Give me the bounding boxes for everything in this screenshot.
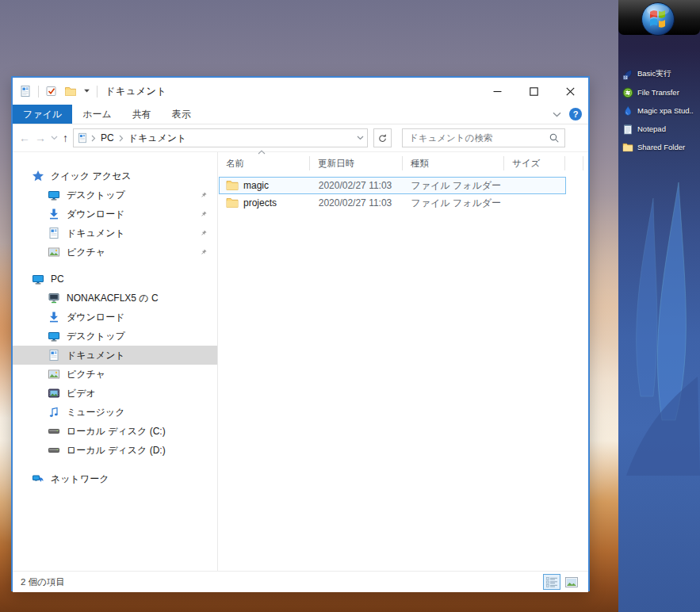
qat-dropdown-icon[interactable] [83, 89, 90, 94]
file-list-area: 名前 更新日時 種類 サイズ magic 2020/02/27 11:03 フ [218, 152, 588, 571]
basic-app-icon [622, 69, 633, 80]
vm-app-list: Basic実行 File Transfer Magic xpa Stud.. N… [618, 65, 700, 156]
help-icon[interactable]: ? [569, 108, 582, 120]
app-magic-xpa-studio[interactable]: Magic xpa Stud.. [618, 101, 700, 120]
documents-icon [48, 349, 60, 361]
network-drive-icon [48, 292, 60, 304]
divider [38, 86, 39, 98]
breadcrumb-documents[interactable]: ドキュメント [127, 132, 189, 145]
ribbon-tabs: ファイル ホーム 共有 表示 ? [13, 105, 588, 124]
explorer-window: ドキュメント ファイル ホーム 共有 表示 ? ← → ↑ [11, 76, 590, 591]
back-arrow-icon[interactable]: ← [19, 132, 30, 143]
maximize-button[interactable] [515, 78, 552, 105]
minimize-icon [493, 87, 502, 96]
disk-icon [48, 425, 60, 438]
minimize-button[interactable] [479, 78, 515, 105]
recent-locations-chevron-icon[interactable] [51, 136, 58, 140]
sidebar-item-local-disk-d[interactable]: ローカル ディスク (D:) [13, 441, 217, 460]
sidebar-item-downloads[interactable]: ダウンロード [13, 308, 217, 327]
pin-icon [200, 191, 208, 199]
column-header-modified[interactable]: 更新日時 [310, 156, 403, 170]
column-header-type[interactable]: 種類 [403, 156, 504, 170]
desktop: ドキュメント ファイル ホーム 共有 表示 ? ← → ↑ [0, 0, 700, 612]
sidebar-item-desktop[interactable]: デスクトップ [13, 327, 217, 346]
column-header-size[interactable]: サイズ [504, 156, 565, 170]
download-icon [48, 208, 60, 220]
tab-view[interactable]: 表示 [162, 105, 201, 124]
chevron-right-icon [91, 135, 96, 142]
app-file-transfer[interactable]: File Transfer [618, 83, 700, 101]
address-dropdown-chevron-icon[interactable] [357, 136, 364, 140]
quick-access-star-icon [32, 170, 44, 182]
file-type: ファイル フォルダー [403, 179, 504, 193]
column-header-extra [565, 156, 583, 170]
address-location-icon [77, 132, 88, 143]
properties-checkbox-icon[interactable] [45, 85, 58, 98]
file-modified: 2020/02/27 11:03 [311, 180, 404, 191]
pin-icon [200, 210, 208, 218]
column-headers: 名前 更新日時 種類 サイズ [218, 152, 588, 174]
quick-access-toolbar: ドキュメント [13, 85, 166, 98]
maximize-icon [530, 87, 538, 96]
new-folder-icon[interactable] [64, 85, 77, 98]
videos-icon [48, 387, 60, 400]
sidebar-item-documents-qa[interactable]: ドキュメント [13, 224, 217, 243]
music-icon [48, 406, 60, 419]
navigation-pane: クイック アクセス デスクトップ ダウンロード ドキュメント [13, 152, 218, 571]
sidebar-item-pc[interactable]: PC [13, 270, 217, 289]
sidebar-item-downloads-qa[interactable]: ダウンロード [13, 205, 217, 224]
titlebar[interactable]: ドキュメント [13, 78, 588, 105]
shared-folder-app-icon [622, 143, 633, 152]
up-arrow-icon[interactable]: ↑ [63, 132, 68, 143]
file-row-projects[interactable]: projects 2020/02/27 11:03 ファイル フォルダー [219, 194, 566, 212]
search-input[interactable] [407, 132, 549, 143]
sidebar-item-local-disk-c[interactable]: ローカル ディスク (C:) [13, 422, 217, 441]
ribbon-collapse-chevron-icon[interactable] [553, 112, 561, 117]
sidebar-item-videos[interactable]: ビデオ [13, 384, 217, 403]
sidebar-item-music[interactable]: ミュージック [13, 403, 217, 422]
pictures-icon [48, 246, 60, 258]
folder-icon [226, 180, 239, 191]
app-shared-folder[interactable]: Shared Folder [618, 138, 700, 156]
desktop-icon [48, 189, 60, 201]
sort-ascending-icon [258, 150, 266, 155]
file-row-magic[interactable]: magic 2020/02/27 11:03 ファイル フォルダー [219, 177, 566, 194]
tab-share[interactable]: 共有 [122, 105, 162, 124]
windows-orb-icon[interactable] [641, 2, 675, 36]
vm-topbar [618, 0, 700, 35]
tab-home[interactable]: ホーム [72, 105, 122, 124]
disk-icon [48, 444, 60, 457]
sidebar-item-documents[interactable]: ドキュメント [13, 346, 217, 365]
sidebar-item-pictures[interactable]: ピクチャ [13, 365, 217, 384]
file-type: ファイル フォルダー [403, 197, 504, 210]
sidebar-item-desktop-qa[interactable]: デスクトップ [13, 186, 217, 205]
address-bar[interactable]: PC ドキュメント [73, 128, 368, 147]
details-view-button[interactable] [543, 574, 560, 590]
column-header-name[interactable]: 名前 [218, 156, 310, 170]
close-button[interactable] [552, 78, 588, 105]
file-name: magic [243, 180, 269, 191]
item-count: 2 個の項目 [21, 576, 65, 588]
refresh-button[interactable] [373, 128, 392, 147]
sidebar-item-pictures-qa[interactable]: ピクチャ [13, 243, 217, 262]
app-notepad[interactable]: Notepad [618, 120, 700, 138]
pin-icon [200, 229, 208, 237]
magic-xpa-app-icon [622, 105, 633, 117]
breadcrumb-pc[interactable]: PC [99, 132, 116, 143]
desktop-icon [48, 330, 60, 342]
sidebar-flame-decoration [618, 135, 700, 476]
sidebar-item-quick-access[interactable]: クイック アクセス [13, 166, 217, 186]
sidebar-item-network[interactable]: ネットワーク [13, 469, 217, 488]
window-title: ドキュメント [105, 85, 166, 98]
sidebar-item-network-drive[interactable]: NONAKACFLX5 の C [13, 289, 217, 308]
forward-arrow-icon[interactable]: → [35, 132, 46, 143]
network-icon [32, 472, 44, 485]
app-basic-run[interactable]: Basic実行 [618, 65, 700, 83]
folder-icon [226, 197, 239, 208]
search-icon[interactable] [549, 132, 560, 143]
thumbnails-view-button[interactable] [563, 574, 580, 590]
close-icon [566, 87, 575, 96]
tab-file[interactable]: ファイル [13, 105, 72, 124]
search-field[interactable] [402, 128, 565, 147]
download-icon [48, 311, 60, 323]
